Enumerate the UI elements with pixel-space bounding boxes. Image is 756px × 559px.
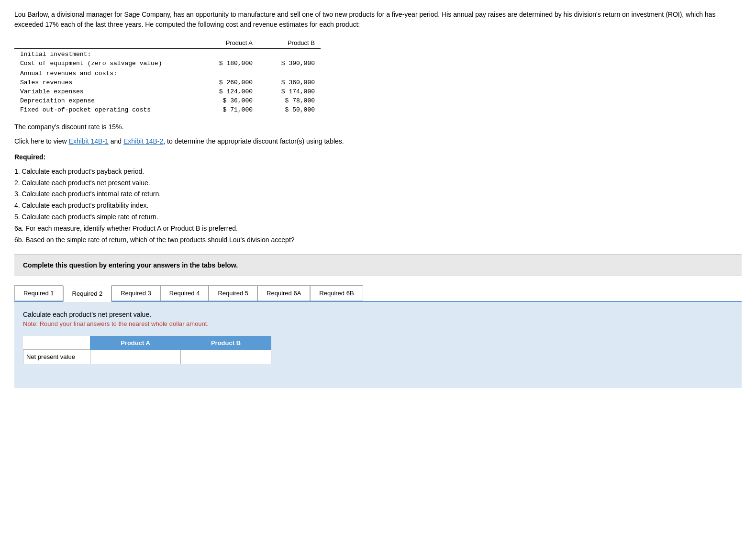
tab-content-area: Calculate each product's net present val… <box>14 302 742 388</box>
exhibit-pre-text: Click here to view <box>14 137 69 145</box>
exhibit-mid-text: and <box>109 137 123 145</box>
tab-required-4[interactable]: Required 4 <box>160 285 209 301</box>
exhibit-post-text: , to determine the appropriate discount … <box>163 137 344 145</box>
val-equipment-b: $ 390,000 <box>258 59 321 68</box>
req-item-5: 5. Calculate each product's simple rate … <box>14 212 742 223</box>
val-sales-a: $ 260,000 <box>196 78 258 87</box>
answer-table: Product A Product B Net present value <box>23 336 271 364</box>
tab-required-2[interactable]: Required 2 <box>63 286 112 302</box>
row-label-sales: Sales revenues <box>14 78 196 87</box>
npv-input-b[interactable] <box>186 353 266 360</box>
col-header-a: Product A <box>196 38 258 49</box>
section-header-annual: Annual revenues and costs: <box>14 68 196 78</box>
row-label-equipment: Cost of equipment (zero salvage value) <box>14 59 196 68</box>
exhibit-2-link[interactable]: Exhibit 14B-2 <box>123 137 163 145</box>
requirements-list: 1. Calculate each product's payback peri… <box>14 166 742 246</box>
val-equipment-a: $ 180,000 <box>196 59 258 68</box>
required-label: Required: <box>14 152 742 163</box>
intro-paragraph: Lou Barlow, a divisional manager for Sag… <box>14 10 742 30</box>
data-table: Product A Product B Initial investment: … <box>14 38 321 114</box>
req-item-6a: 6a. For each measure, identify whether P… <box>14 223 742 235</box>
tab-description: Calculate each product's net present val… <box>23 311 733 318</box>
exhibit-1-link[interactable]: Exhibit 14B-1 <box>69 137 109 145</box>
tab-required-5[interactable]: Required 5 <box>209 285 257 301</box>
val-sales-b: $ 360,000 <box>258 78 321 87</box>
val-fixed-b: $ 50,000 <box>258 105 321 114</box>
npv-input-a-cell[interactable] <box>90 350 181 364</box>
section-header-initial: Initial investment: <box>14 49 196 59</box>
row-label-variable: Variable expenses <box>14 87 196 96</box>
row-label-depreciation: Depreciation expense <box>14 96 196 105</box>
req-item-2: 2. Calculate each product's net present … <box>14 178 742 189</box>
val-fixed-a: $ 71,000 <box>196 105 258 114</box>
req-item-6b: 6b. Based on the simple rate of return, … <box>14 235 742 246</box>
npv-input-a[interactable] <box>95 353 176 360</box>
val-variable-b: $ 174,000 <box>258 87 321 96</box>
required-section: Required: 1. Calculate each product's pa… <box>14 152 742 246</box>
npv-input-b-cell[interactable] <box>181 350 271 364</box>
tabs-container: Required 1 Required 2 Required 3 Require… <box>14 285 742 302</box>
answer-row-npv: Net present value <box>23 350 271 364</box>
val-depreciation-a: $ 36,000 <box>196 96 258 105</box>
answer-col-header-b: Product B <box>181 336 271 350</box>
discount-rate-text: The company's discount rate is 15%. <box>14 123 742 131</box>
tab-required-6b[interactable]: Required 6B <box>310 285 363 301</box>
exhibit-text: Click here to view Exhibit 14B-1 and Exh… <box>14 137 742 145</box>
val-variable-a: $ 124,000 <box>196 87 258 96</box>
tab-required-1[interactable]: Required 1 <box>14 285 63 301</box>
row-label-fixed: Fixed out-of-pocket operating costs <box>14 105 196 114</box>
tab-note: Note: Round your final answers to the ne… <box>23 320 733 327</box>
req-item-4: 4. Calculate each product's profitabilit… <box>14 200 742 212</box>
tab-required-3[interactable]: Required 3 <box>111 285 160 301</box>
complete-banner: Complete this question by entering your … <box>14 254 742 276</box>
npv-row-label: Net present value <box>23 350 90 364</box>
req-item-1: 1. Calculate each product's payback peri… <box>14 166 742 178</box>
answer-col-header-a: Product A <box>90 336 181 350</box>
answer-table-empty-header <box>23 336 90 350</box>
tab-required-6a[interactable]: Required 6A <box>257 285 310 301</box>
req-item-3: 3. Calculate each product's internal rat… <box>14 189 742 200</box>
col-header-b: Product B <box>258 38 321 49</box>
val-depreciation-b: $ 78,000 <box>258 96 321 105</box>
